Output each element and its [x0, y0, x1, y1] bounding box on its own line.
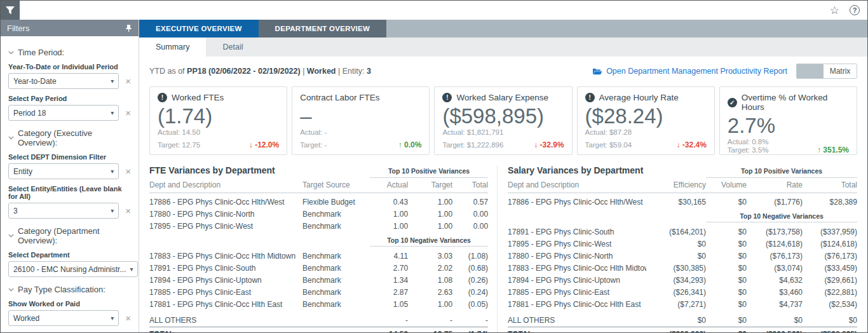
main-area: EXECUTIVE OVERVIEW DEPARTMENT OVERVIEW S… [139, 20, 867, 332]
salary-variances-table: Salary Variances by Department Top 10 Po… [498, 165, 857, 333]
alert-circle-icon: ! [585, 93, 595, 102]
clear-x-icon[interactable]: × [125, 108, 131, 118]
total-row: TOTAL ($232,326) $0 ($366,569) ($598,895… [508, 327, 857, 333]
table-row: 17881 - EPG Phys Clinic-Occ Hlth East ($… [508, 298, 857, 310]
chevron-down-icon [8, 288, 14, 292]
subtab-detail[interactable]: Detail [206, 37, 259, 57]
check-circle-icon: ✓ [728, 98, 737, 107]
all-others-row: ALL OTHERS $0 $0 $0 $0 [508, 314, 857, 326]
alert-circle-icon: ! [158, 93, 167, 102]
filter-section-pay-type: Pay Type Classification: Show Worked or … [8, 285, 131, 326]
field-label: Show Worked or Paid [8, 300, 131, 308]
kpi-worked-salary-expense: !Worked Salary Expense ($598,895) Actual… [434, 86, 572, 155]
tab-department-overview[interactable]: DEPARTMENT OVERVIEW [259, 20, 387, 37]
kpi-delta: ↓ -12.0% [249, 140, 279, 149]
kpi-actual: Actual: $1,821,791 [442, 128, 564, 136]
caret-down-icon: ▾ [111, 315, 114, 322]
kpi-target: Target: $1,222,896 [442, 141, 503, 149]
kpi-contract-labor-ftes: Contract Labor FTEs – Actual: - Target: … [292, 86, 430, 155]
table-row: 17886 - EPG Phys Clinic-Occ Hlth/West Fl… [149, 196, 488, 208]
filters-title: Filters [7, 24, 29, 33]
alert-circle-icon: ! [442, 93, 452, 102]
table-row: 17880 - EPG Phys Clinic-North Benchmark … [149, 208, 488, 220]
table-row: 17883 - EPG Phys Clinic-Occ Hlth Midtown… [149, 250, 488, 262]
table-row: 17895 - EPG Phys Clinic-West Benchmark 1… [149, 220, 488, 232]
table-row: 17880 - EPG Phys Clinic-North $0 $0 ($76… [508, 250, 857, 262]
toggle-matrix-view[interactable]: Matrix [824, 64, 857, 78]
kpi-actual: Actual: - [300, 128, 421, 136]
funnel-icon [5, 6, 15, 15]
fte-negative-group-label: Top 10 Negative Variances [370, 236, 488, 247]
kpi-target: Target: 12.75 [158, 141, 200, 149]
chevron-down-icon [8, 136, 14, 140]
open-report-link[interactable]: Open Department Management Productivity … [592, 67, 787, 76]
table-row: 17881 - EPG Phys Clinic-Occ Hlth East Be… [149, 298, 488, 310]
kpi-cards: !Worked FTEs (1.74) Actual: 14.50 Target… [149, 86, 857, 155]
table-row: 17891 - EPG Phys Clinic-South ($164,201)… [508, 226, 857, 238]
kpi-actual: Actual: $87.28 [585, 128, 707, 136]
tab-strip-filler [386, 20, 867, 37]
table-row: 17894 - EPG Phys Clinic-Uptown ($34,293)… [508, 274, 857, 286]
filter-section-time-period: Time Period: Year-To-Date or Individual … [8, 48, 131, 121]
kpi-worked-ftes: !Worked FTEs (1.74) Actual: 14.50 Target… [149, 86, 287, 155]
section-heading-category-department[interactable]: Category (Department Overview): [8, 226, 131, 245]
field-label: Select Entity/Entities (Leave blank for … [8, 185, 131, 200]
table-row: 17891 - EPG Phys Clinic-South Benchmark … [149, 262, 488, 274]
view-toggle: Matrix [796, 64, 857, 79]
salary-table-title: Salary Variances by Department [508, 165, 706, 178]
pin-icon[interactable] [125, 24, 132, 32]
caret-down-icon: ▾ [111, 168, 114, 175]
fte-table-title: FTE Variances by Department [149, 165, 370, 178]
tab-executive-overview[interactable]: EXECUTIVE OVERVIEW [139, 20, 259, 37]
filter-panel-toggle[interactable] [1, 1, 20, 20]
kpi-value: ($28.24) [585, 105, 707, 128]
salary-negative-group-label: Top 10 Negative Variances [706, 212, 857, 222]
filter-section-category-executive: Category (Executive Overview): Select DE… [8, 128, 131, 219]
department-select[interactable]: 26100 - EMC Nursing Administr... ▾ [8, 261, 138, 277]
clear-x-icon[interactable]: × [125, 76, 131, 86]
kpi-delta: ↓ -32.4% [676, 140, 706, 149]
kpi-target: Target: - [300, 141, 327, 149]
ytd-period-select[interactable]: Year-to-Date ▾ [8, 73, 119, 89]
table-row: 17883 - EPG Phys Clinic-Occ Hlth Midtown… [508, 262, 857, 274]
favorite-star-icon[interactable]: ☆ [830, 5, 839, 16]
table-row: 17885 - EPG Phys Clinic-East ($26,341) $… [508, 286, 857, 298]
clear-x-icon[interactable]: × [125, 313, 131, 323]
kpi-delta: ↑ 351.5% [817, 146, 849, 154]
salary-column-headers: Dept and Description Efficiency Volume R… [508, 178, 857, 193]
help-icon[interactable]: ? [850, 5, 860, 15]
caret-down-icon: ▾ [111, 78, 114, 85]
dept-dimension-select[interactable]: Entity ▾ [8, 163, 119, 179]
clear-x-icon[interactable]: × [125, 206, 131, 215]
worked-paid-select[interactable]: Worked ▾ [8, 310, 119, 326]
fte-variances-table: FTE Variances by Department Top 10 Posit… [149, 165, 498, 333]
main-tabs: EXECUTIVE OVERVIEW DEPARTMENT OVERVIEW [139, 20, 867, 37]
section-heading-time-period[interactable]: Time Period: [8, 48, 131, 57]
section-heading-pay-type[interactable]: Pay Type Classification: [8, 285, 131, 294]
chevron-down-icon [8, 234, 14, 238]
field-label: Select Department [8, 251, 131, 259]
kpi-target: Target: 3.5% [728, 146, 769, 154]
field-label: Year-To-Date or Individual Period [8, 63, 131, 71]
chevron-down-icon [8, 51, 14, 55]
sub-tabs: Summary Detail [139, 37, 867, 57]
entity-select[interactable]: 3 ▾ [8, 203, 119, 219]
kpi-value: ($598,895) [442, 105, 564, 128]
open-folder-icon [592, 67, 602, 76]
toggle-standard-view[interactable] [797, 64, 824, 78]
kpi-average-hourly-rate: !Average Hourly Rate ($28.24) Actual: $8… [577, 86, 715, 155]
table-row: 17894 - EPG Phys Clinic-Uptown Benchmark… [149, 274, 488, 286]
top-bar: ☆ ? [1, 1, 867, 20]
section-heading-category-executive[interactable]: Category (Executive Overview): [8, 128, 131, 147]
context-line: YTD as of PP18 (02/06/2022 - 02/19/2022)… [149, 67, 371, 76]
clear-x-icon[interactable]: × [125, 166, 131, 176]
table-row: 17886 - EPG Phys Clinic-Occ Hlth/West $3… [508, 196, 857, 208]
table-row: 17895 - EPG Phys Clinic-West $0 $0 ($124… [508, 238, 857, 250]
filter-section-category-department: Category (Department Overview): Select D… [8, 226, 131, 277]
pay-period-select[interactable]: Period 18 ▾ [8, 105, 119, 121]
field-label: Select DEPT Dimension Filter [8, 153, 131, 161]
kpi-delta: ↑ 0.0% [398, 140, 422, 149]
subtab-summary[interactable]: Summary [139, 37, 206, 57]
kpi-overtime-pct: ✓Overtime % of Worked Hours 2.7% Actual:… [719, 86, 857, 155]
fte-column-headers: Dept and Description Target Source Actua… [149, 178, 488, 193]
